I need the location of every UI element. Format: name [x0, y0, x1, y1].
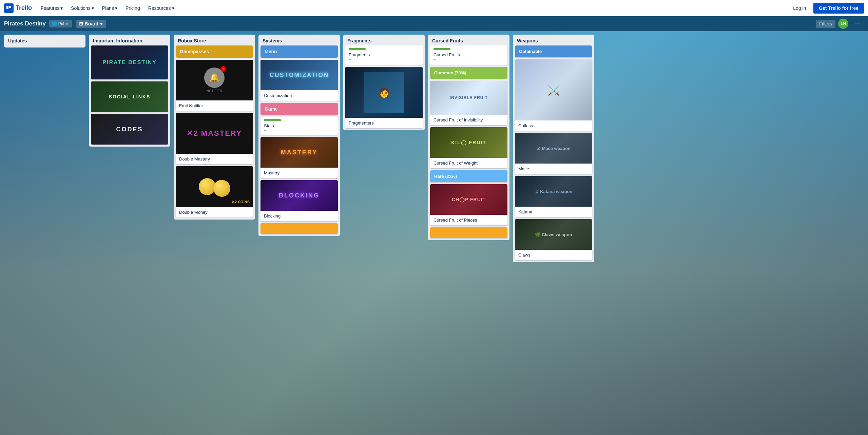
- cursed-fruits-desc: ≡: [433, 58, 504, 62]
- list-header-updates: Updates: [4, 35, 85, 45]
- card-orange-bottom[interactable]: [430, 227, 507, 238]
- stats-content: Stats ≡: [261, 117, 338, 135]
- card-pieces-fruit[interactable]: CH◯P FRUIT Cursed Fruit of Pieces: [430, 184, 507, 225]
- board-header: Pirates Destiny 🌐 Public ⊞ Board ▾ Filte…: [0, 16, 868, 31]
- card-social-links[interactable]: SOCIAL LINKS: [91, 81, 168, 112]
- list-cards-fragments: Fragments ≡ 🧑 Fragmenters: [343, 45, 425, 130]
- chevron-icon: ▾: [172, 5, 174, 11]
- nav-plans[interactable]: Plans ▾: [99, 3, 121, 13]
- nav-resources[interactable]: Resources ▾: [145, 3, 178, 13]
- chevron-icon: ▾: [92, 5, 94, 11]
- coin-2: [213, 180, 230, 197]
- card-menu[interactable]: Menu: [261, 45, 338, 58]
- card-customization[interactable]: CUSTOMIZATION Customization: [261, 60, 338, 101]
- pieces-fruit-image: CH◯P FRUIT: [430, 184, 507, 215]
- mastery-text: ✕2 MASTERY: [187, 129, 242, 138]
- card-stats[interactable]: Stats ≡: [261, 117, 338, 135]
- weight-fruit-title: Cursed Fruit of Weight: [430, 158, 507, 168]
- list-systems: Systems Menu CUSTOMIZATION Customization…: [258, 35, 340, 236]
- cutlass-title: Cutlass: [515, 120, 592, 131]
- nav-cta-button[interactable]: Get Trello for free: [813, 3, 864, 14]
- card-gamepasses[interactable]: Gamepasses: [176, 45, 253, 58]
- nav-pricing[interactable]: Pricing: [122, 3, 143, 13]
- fruit-notifier-image: 🔔 ! NOTIFIER: [176, 60, 253, 100]
- fragmenters-visual: 🧑: [364, 72, 404, 113]
- blocking-title: Blocking: [261, 211, 338, 221]
- mastery-image: MASTERY: [261, 137, 338, 168]
- list-header-fragments: Fragments: [343, 35, 425, 45]
- card-blocking[interactable]: BLOCKING Blocking: [261, 180, 338, 221]
- mace-text: ⚔ Mace weapon: [537, 146, 571, 151]
- pieces-fruit-text: CH◯P FRUIT: [452, 197, 486, 202]
- avatar[interactable]: LH: [838, 19, 848, 29]
- mastery-title: Mastery: [261, 168, 338, 178]
- fragments-bar: [349, 48, 366, 50]
- card-double-mastery[interactable]: ✕2 MASTERY Double Mastery: [176, 113, 253, 164]
- cursed-fruits-label-title: Cursed Fruits: [433, 52, 504, 57]
- cursed-fruits-label-content: Cursed Fruits ≡: [430, 45, 507, 65]
- trello-logo-icon: [4, 3, 14, 13]
- fragmenters-image: 🧑: [345, 67, 423, 118]
- claws-text: 🌿 Claws weapon: [535, 232, 572, 237]
- card-double-money[interactable]: ✕2 COINS Double Money: [176, 166, 253, 218]
- claws-title: Claws: [515, 250, 592, 260]
- stats-title: Stats: [264, 123, 334, 128]
- pirate-destiny-text: PIRATE DESTINY: [102, 59, 156, 65]
- nav-links: Features ▾ Solutions ▾ Plans ▾ Pricing R…: [37, 3, 178, 13]
- notifier-badge: !: [220, 66, 226, 72]
- more-options-button[interactable]: •••: [851, 19, 864, 29]
- social-links-text: SOCIAL LINKS: [109, 94, 151, 99]
- card-fruit-notifier[interactable]: 🔔 ! NOTIFIER Fruit Notifier: [176, 60, 253, 111]
- list-header-systems: Systems: [258, 35, 340, 45]
- list-fragments: Fragments Fragments ≡ 🧑: [343, 35, 425, 130]
- game-label: Game: [261, 103, 338, 115]
- orange-bar: [261, 223, 338, 234]
- nav-logo[interactable]: Trello: [4, 3, 32, 13]
- nav-features[interactable]: Features ▾: [37, 3, 66, 13]
- gamepasses-label: Gamepasses: [176, 45, 253, 58]
- obtainable-label: Obtainable: [515, 45, 592, 57]
- card-obtainable[interactable]: Obtainable: [515, 45, 592, 57]
- board-visibility-badge[interactable]: 🌐 Public: [49, 20, 72, 27]
- nav-solutions[interactable]: Solutions ▾: [67, 3, 97, 13]
- card-fragmenters[interactable]: 🧑 Fragmenters: [345, 67, 423, 128]
- card-pirate-destiny[interactable]: PIRATE DESTINY: [91, 45, 168, 79]
- card-cursed-fruits-label[interactable]: Cursed Fruits ≡: [430, 45, 507, 65]
- katana-text: ⚔ Katana weapon: [535, 189, 573, 194]
- double-mastery-title: Double Mastery: [176, 154, 253, 164]
- card-mastery[interactable]: MASTERY Mastery: [261, 137, 338, 178]
- board-visibility-label: Public: [58, 21, 70, 26]
- card-mace[interactable]: ⚔ Mace weapon Mace: [515, 133, 592, 174]
- list-header-robux-store: Robux Store: [174, 35, 255, 45]
- chevron-icon: ▾: [60, 5, 63, 11]
- board-view-button[interactable]: ⊞ Board ▾: [76, 20, 106, 28]
- card-claws[interactable]: 🌿 Claws weapon Claws: [515, 219, 592, 260]
- navbar: Trello Features ▾ Solutions ▾ Plans ▾ Pr…: [0, 0, 868, 16]
- double-money-image: ✕2 COINS: [176, 166, 253, 207]
- card-invisible-fruit[interactable]: INVISIBLE FRUIT Cursed Fruit of Invisibi…: [430, 81, 507, 125]
- list-cards-cursed-fruits: Cursed Fruits ≡ Common (70%) INVISIBLE F…: [428, 45, 509, 240]
- card-game[interactable]: Game: [261, 103, 338, 115]
- card-extra-systems[interactable]: [261, 223, 338, 234]
- list-header-weapons: Weapons: [513, 35, 594, 45]
- chevron-down-icon: ▾: [100, 21, 102, 26]
- filters-button[interactable]: Filters: [816, 20, 835, 28]
- double-mastery-image: ✕2 MASTERY: [176, 113, 253, 154]
- card-common-70[interactable]: Common (70%): [430, 67, 507, 79]
- globe-icon: 🌐: [52, 21, 57, 26]
- card-codes[interactable]: CODES: [91, 114, 168, 145]
- notifier-label: NOTIFIER: [207, 89, 223, 93]
- list-updates: Updates: [4, 35, 85, 48]
- invisible-fruit-image: INVISIBLE FRUIT: [430, 81, 507, 115]
- nav-login-button[interactable]: Log in: [790, 3, 809, 13]
- claws-image: 🌿 Claws weapon: [515, 219, 592, 250]
- card-weight-fruit[interactable]: KIL◯ FRUIT Cursed Fruit of Weight: [430, 127, 507, 168]
- list-cards-systems: Menu CUSTOMIZATION Customization Game St…: [258, 45, 340, 236]
- invisible-fruit-title: Cursed Fruit of Invisibility: [430, 115, 507, 125]
- card-cutlass[interactable]: ⚔️ Cutlass: [515, 59, 592, 131]
- card-katana[interactable]: ⚔ Katana weapon Katana: [515, 176, 592, 217]
- board-area: Updates Important Information PIRATE DES…: [0, 31, 868, 435]
- nav-logo-text: Trello: [16, 4, 32, 12]
- card-fragments-label[interactable]: Fragments ≡: [345, 45, 423, 65]
- card-rare-22[interactable]: Rare (22%): [430, 170, 507, 182]
